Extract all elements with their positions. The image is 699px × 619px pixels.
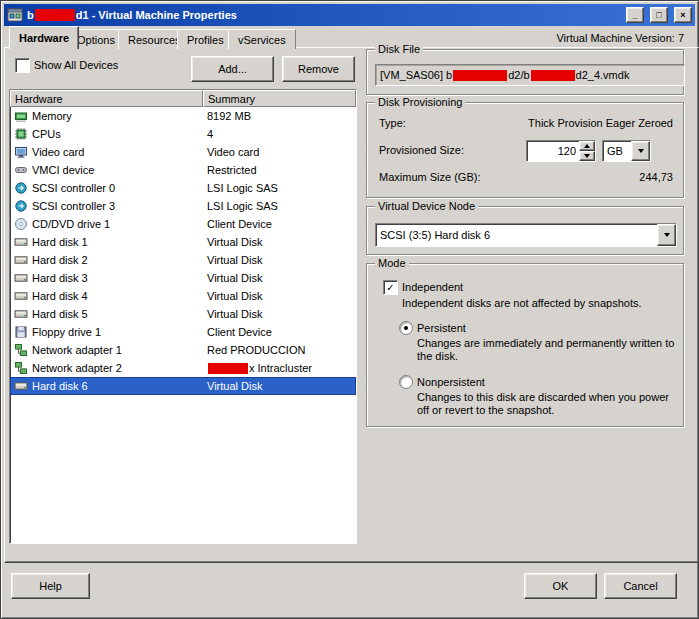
persistent-label: Persistent — [417, 322, 466, 334]
hardware-row-hard-disk-2[interactable]: Hard disk 2Virtual Disk — [10, 251, 356, 269]
redaction — [208, 363, 248, 374]
hardware-name: Memory — [32, 110, 72, 122]
hardware-name: Network adapter 2 — [32, 362, 122, 374]
scsi-icon — [14, 199, 28, 213]
hardware-name: Hard disk 6 — [32, 380, 88, 392]
hardware-row-cd-dvd-drive-1[interactable]: CD/DVD drive 1Client Device — [10, 215, 356, 233]
hardware-name: Hard disk 4 — [32, 290, 88, 302]
vm-version-label: Virtual Machine Version: 7 — [556, 32, 684, 44]
maximize-button[interactable]: □ — [650, 7, 668, 23]
maximum-size-label: Maximum Size (GB): — [379, 171, 480, 183]
chevron-down-icon — [664, 233, 670, 237]
nonpersistent-description: Changes to this disk are discarded when … — [417, 391, 677, 417]
hardware-summary: Restricted — [203, 161, 356, 179]
hardware-name: Hard disk 3 — [32, 272, 88, 284]
disk-file-field[interactable]: [VM_SAS06] b d2/b d2_4.vmdk — [375, 64, 685, 86]
show-all-devices-checkbox[interactable]: ✓ — [15, 58, 30, 73]
size-unit-dropdown[interactable]: GB — [602, 140, 651, 162]
hardware-summary: Virtual Disk — [203, 287, 356, 305]
hardware-row-hard-disk-6[interactable]: Hard disk 6Virtual Disk — [10, 377, 356, 395]
minimize-button[interactable]: _ — [626, 7, 644, 23]
disk-file-group-label: Disk File — [375, 43, 423, 55]
cd-icon — [14, 217, 28, 231]
virtual-device-node-value: SCSI (3:5) Hard disk 6 — [376, 224, 657, 246]
hardware-name: Hard disk 1 — [32, 236, 88, 248]
column-header-hardware[interactable]: Hardware — [10, 90, 203, 107]
spin-up-button[interactable] — [579, 141, 595, 151]
disk-icon — [14, 289, 28, 303]
hardware-name: SCSI controller 0 — [32, 182, 115, 194]
hardware-summary: Virtual Disk — [203, 269, 356, 287]
hardware-row-hard-disk-5[interactable]: Hard disk 5Virtual Disk — [10, 305, 356, 323]
hardware-row-hard-disk-1[interactable]: Hard disk 1Virtual Disk — [10, 233, 356, 251]
cancel-button[interactable]: Cancel — [604, 573, 677, 599]
hardware-row-network-adapter-1[interactable]: Network adapter 1Red PRODUCCION — [10, 341, 356, 359]
hardware-name: Network adapter 1 — [32, 344, 122, 356]
provisioned-size-input[interactable] — [527, 141, 579, 161]
dropdown-arrow-button[interactable] — [631, 141, 650, 161]
disk-icon — [14, 253, 28, 267]
hardware-row-scsi-controller-0[interactable]: SCSI controller 0LSI Logic SAS — [10, 179, 356, 197]
provisioned-size-spinner[interactable] — [526, 140, 596, 162]
dropdown-arrow-button[interactable] — [657, 224, 676, 246]
redaction — [453, 70, 507, 81]
hardware-table: Hardware Summary Memory8192 MBCPUs4Video… — [9, 89, 357, 544]
hardware-row-cpus[interactable]: CPUs4 — [10, 125, 356, 143]
hardware-row-vmci-device[interactable]: VMCI deviceRestricted — [10, 161, 356, 179]
disk-icon — [14, 235, 28, 249]
spin-down-button[interactable] — [579, 151, 595, 161]
disk-icon — [14, 271, 28, 285]
hardware-row-hard-disk-4[interactable]: Hard disk 4Virtual Disk — [10, 287, 356, 305]
hardware-row-hard-disk-3[interactable]: Hard disk 3Virtual Disk — [10, 269, 356, 287]
disk-provisioning-group: Disk Provisioning Type: Thick Provision … — [366, 102, 684, 198]
nonpersistent-radio[interactable] — [399, 375, 413, 389]
chevron-down-icon — [638, 149, 644, 153]
hardware-name: CPUs — [32, 128, 61, 140]
hardware-summary: LSI Logic SAS — [203, 179, 356, 197]
hardware-name: Video card — [32, 146, 84, 158]
hardware-row-video-card[interactable]: Video cardVideo card — [10, 143, 356, 161]
spin-down-icon — [584, 154, 590, 158]
add-button[interactable]: Add... — [191, 56, 274, 82]
tab-vservices[interactable]: vServices — [228, 29, 296, 49]
hardware-summary: x Intracluster — [203, 359, 356, 377]
redaction — [531, 70, 575, 81]
ok-button[interactable]: OK — [524, 573, 597, 599]
hardware-summary: Client Device — [203, 215, 356, 233]
memory-icon — [14, 109, 28, 123]
hardware-summary: Virtual Disk — [203, 233, 356, 251]
hardware-row-scsi-controller-3[interactable]: SCSI controller 3LSI Logic SAS — [10, 197, 356, 215]
help-button[interactable]: Help — [11, 573, 90, 599]
redaction — [35, 9, 75, 21]
show-all-devices-label: Show All Devices — [34, 59, 118, 71]
hardware-name: CD/DVD drive 1 — [32, 218, 110, 230]
column-header-summary[interactable]: Summary — [203, 90, 356, 107]
hardware-name: Hard disk 2 — [32, 254, 88, 266]
hardware-list-body: Memory8192 MBCPUs4Video cardVideo cardVM… — [10, 107, 356, 395]
close-button[interactable]: × — [674, 7, 692, 23]
hardware-summary: Virtual Disk — [203, 251, 356, 269]
persistent-radio[interactable] — [399, 321, 413, 335]
network-icon — [14, 361, 28, 375]
hardware-summary: Client Device — [203, 323, 356, 341]
maximum-size-value: 244,73 — [639, 171, 673, 183]
independent-checkbox[interactable]: ✓ — [383, 280, 398, 295]
tab-profiles[interactable]: Profiles — [177, 29, 234, 49]
hardware-row-floppy-drive-1[interactable]: Floppy drive 1Client Device — [10, 323, 356, 341]
scsi-icon — [14, 181, 28, 195]
remove-button[interactable]: Remove — [282, 56, 355, 82]
title-bar[interactable]: b d1 - Virtual Machine Properties _ □ × — [4, 4, 695, 26]
tab-hardware[interactable]: Hardware — [9, 26, 79, 49]
hardware-summary: Red PRODUCCION — [203, 341, 356, 359]
independent-label: Independent — [402, 281, 463, 293]
virtual-device-node-dropdown[interactable]: SCSI (3:5) Hard disk 6 — [375, 223, 677, 247]
hardware-name: Floppy drive 1 — [32, 326, 101, 338]
hardware-row-memory[interactable]: Memory8192 MB — [10, 107, 356, 125]
nonpersistent-label: Nonpersistent — [417, 376, 485, 388]
hardware-name: SCSI controller 3 — [32, 200, 115, 212]
hardware-row-network-adapter-2[interactable]: Network adapter 2x Intracluster — [10, 359, 356, 377]
disk-icon — [14, 307, 28, 321]
video-icon — [14, 145, 28, 159]
window-title: b d1 - Virtual Machine Properties — [27, 9, 622, 21]
hardware-summary: Virtual Disk — [203, 305, 356, 323]
